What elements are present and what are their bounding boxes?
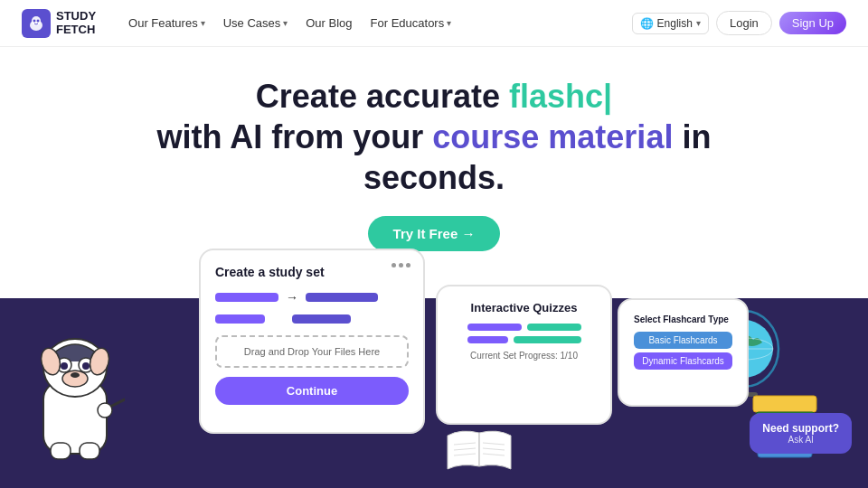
study-set-card: Create a study set → → Drag and Drop You… <box>199 249 425 434</box>
output-bar-2 <box>292 314 351 324</box>
quiz-card: Interactive Quizzes Current Set Progress… <box>436 285 612 425</box>
flashcard-type-card: Select Flashcard Type Basic Flashcards D… <box>618 298 749 407</box>
dot-2 <box>399 263 403 267</box>
support-sub: Ask AI <box>762 435 839 445</box>
nav-use-cases[interactable]: Use Cases ▾ <box>216 13 296 33</box>
arrow-icon: → <box>286 290 298 305</box>
svg-rect-18 <box>80 443 99 459</box>
quiz-progress: Current Set Progress: 1/10 <box>452 351 596 361</box>
svg-point-15 <box>98 403 112 418</box>
nav-links: Our Features ▾ Use Cases ▾ Our Blog For … <box>121 13 632 33</box>
nav-blog[interactable]: Our Blog <box>298 13 359 33</box>
svg-rect-17 <box>51 443 71 459</box>
svg-point-11 <box>71 372 80 378</box>
dynamic-flashcards-button[interactable]: Dynamic Flashcards <box>634 352 732 370</box>
hero-headline: Create accurate flashc| with AI from you… <box>18 76 850 198</box>
continue-button[interactable]: Continue <box>215 377 409 405</box>
nav-features[interactable]: Our Features ▾ <box>121 13 212 33</box>
logo-icon <box>22 9 51 38</box>
flag-icon: 🌐 <box>640 17 654 30</box>
basic-flashcards-button[interactable]: Basic Flashcards <box>634 332 732 349</box>
logo-text: STUDY FETCH <box>56 10 96 36</box>
support-title: Need support? <box>762 422 839 435</box>
open-book <box>443 428 515 477</box>
try-free-button[interactable]: Try It Free → <box>368 216 501 251</box>
hero-line2-highlight: course material <box>432 118 673 155</box>
svg-point-2 <box>33 19 36 22</box>
quiz-row-1 <box>452 324 596 331</box>
hero-section: Create accurate flashc| with AI from you… <box>0 47 868 269</box>
output-bar-1 <box>306 293 378 302</box>
svg-point-9 <box>82 362 90 370</box>
svg-point-3 <box>37 19 40 22</box>
quiz-pill-2 <box>527 324 581 331</box>
svg-line-14 <box>107 377 125 408</box>
svg-point-8 <box>61 362 68 370</box>
flashcard-type-title: Select Flashcard Type <box>634 314 732 324</box>
quiz-pill-3 <box>467 336 508 343</box>
support-widget[interactable]: Need support? Ask AI <box>750 413 852 454</box>
nav-educators[interactable]: For Educators ▾ <box>363 13 459 33</box>
quiz-pill-4 <box>514 336 581 343</box>
quiz-card-title: Interactive Quizzes <box>452 301 596 314</box>
chevron-down-icon: ▾ <box>447 18 451 28</box>
hero-line1-plain: Create accurate <box>256 78 509 115</box>
chevron-down-icon: ▾ <box>696 18 701 28</box>
chevron-down-icon: ▾ <box>201 18 205 28</box>
quiz-row-2 <box>452 336 596 343</box>
card-menu-dots[interactable] <box>392 263 410 267</box>
quiz-pill-1 <box>467 324 522 331</box>
bar-row-1: → <box>215 290 409 305</box>
mascot-svg <box>25 309 125 463</box>
mascot <box>25 309 125 463</box>
logo[interactable]: STUDY FETCH <box>22 9 96 38</box>
login-button[interactable]: Login <box>716 11 772 35</box>
study-card-title: Create a study set <box>215 265 409 279</box>
bar-row-2: → <box>215 312 409 326</box>
chevron-down-icon: ▾ <box>283 18 288 28</box>
hero-line2-plain: with AI from your <box>157 118 433 155</box>
hero-line3: seconds. <box>363 159 505 196</box>
navbar: STUDY FETCH Our Features ▾ Use Cases ▾ O… <box>0 0 868 47</box>
language-selector[interactable]: 🌐 English ▾ <box>632 13 709 34</box>
svg-rect-26 <box>753 396 816 412</box>
signup-button[interactable]: Sign Up <box>779 12 846 34</box>
input-bar-2 <box>215 314 265 324</box>
dot-3 <box>406 263 410 267</box>
hero-line1-highlight: flashc| <box>509 78 612 115</box>
dot-1 <box>392 263 396 267</box>
nav-right: 🌐 English ▾ Login Sign Up <box>632 11 846 35</box>
input-bar-1 <box>215 293 278 302</box>
drop-zone[interactable]: Drag and Drop Your Files Here <box>215 335 409 368</box>
open-book-svg <box>443 428 515 474</box>
